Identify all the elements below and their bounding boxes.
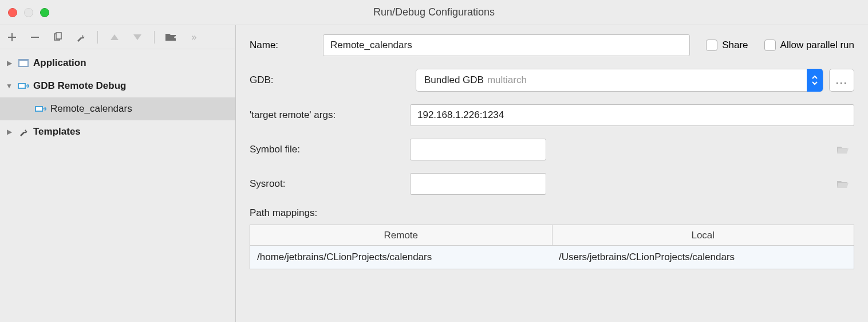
svg-rect-7 <box>36 107 42 111</box>
tree-label: Remote_calendars <box>50 103 132 115</box>
wrench-icon <box>17 125 30 138</box>
caret-right-icon: ▶ <box>5 128 14 136</box>
sysroot-label: Sysroot: <box>250 178 410 190</box>
application-icon <box>17 57 30 69</box>
table-row[interactable]: /home/jetbrains/CLionProjects/calendars … <box>250 246 854 269</box>
allow-parallel-checkbox[interactable]: Allow parallel run <box>764 40 854 51</box>
folder-open-icon[interactable] <box>837 145 849 154</box>
folder-add-icon[interactable] <box>165 31 177 44</box>
svg-rect-3 <box>19 61 27 66</box>
wrench-icon[interactable] <box>74 31 87 44</box>
mapping-local-cell[interactable]: /Users/jetbrains/CLionProjects/calendars <box>552 246 854 269</box>
gdb-suffix: multiarch <box>487 74 527 86</box>
remove-icon[interactable] <box>29 31 41 44</box>
gdb-select[interactable]: Bundled GDB multiarch <box>416 69 823 92</box>
gdb-label: GDB: <box>250 74 410 86</box>
copy-icon[interactable] <box>52 31 64 44</box>
name-input[interactable] <box>323 34 690 56</box>
caret-down-icon: ▼ <box>5 82 14 90</box>
symbol-file-label: Symbol file: <box>250 144 410 155</box>
gdb-browse-button[interactable]: ... <box>829 69 854 92</box>
sidebar-toolbar: » <box>0 25 235 49</box>
mapping-header-remote[interactable]: Remote <box>250 225 553 245</box>
window-title: Run/Debug Configurations <box>0 6 868 18</box>
tree-label: Application <box>33 57 86 69</box>
gdb-remote-icon <box>17 80 30 92</box>
path-mappings-label: Path mappings: <box>250 207 854 219</box>
target-remote-label: 'target remote' args: <box>250 109 410 121</box>
name-label: Name: <box>250 40 307 51</box>
folder-open-icon[interactable] <box>837 179 849 189</box>
share-checkbox[interactable]: Share <box>706 40 748 51</box>
gdb-value: Bundled GDB <box>424 74 484 86</box>
svg-rect-5 <box>19 84 25 88</box>
sysroot-input[interactable] <box>410 173 546 195</box>
symbol-file-input[interactable] <box>410 139 546 160</box>
chevron-updown-icon <box>807 69 823 92</box>
titlebar: Run/Debug Configurations <box>0 0 868 25</box>
checkbox-icon <box>764 40 776 51</box>
share-label: Share <box>722 40 748 51</box>
toolbar-separator <box>154 31 155 44</box>
tree-item-templates[interactable]: ▶ Templates <box>0 120 235 143</box>
toolbar-separator <box>97 31 98 44</box>
tree-item-remote-calendars[interactable]: Remote_calendars <box>0 97 235 120</box>
mapping-remote-cell[interactable]: /home/jetbrains/CLionProjects/calendars <box>250 246 552 269</box>
tree-item-application[interactable]: ▶ Application <box>0 52 235 74</box>
config-form: Name: Share Allow parallel run GDB: Bund… <box>236 25 868 322</box>
sidebar: » ▶ Application ▼ GDB Remote Debug <box>0 25 236 322</box>
config-tree: ▶ Application ▼ GDB Remote Debug Remote_… <box>0 49 235 322</box>
move-down-icon[interactable] <box>131 31 144 44</box>
move-up-icon[interactable] <box>108 31 121 44</box>
target-remote-input[interactable] <box>410 104 854 126</box>
caret-right-icon: ▶ <box>5 59 14 67</box>
allow-parallel-label: Allow parallel run <box>780 40 854 51</box>
expand-icon[interactable]: » <box>188 31 200 44</box>
checkbox-icon <box>706 40 717 51</box>
add-icon[interactable] <box>6 31 18 44</box>
svg-rect-1 <box>56 33 61 39</box>
gdb-remote-icon <box>34 103 47 115</box>
tree-label: Templates <box>33 126 81 138</box>
tree-label: GDB Remote Debug <box>33 80 126 92</box>
mapping-header-local[interactable]: Local <box>553 225 854 245</box>
tree-item-gdb-remote[interactable]: ▼ GDB Remote Debug <box>0 74 235 97</box>
path-mappings-table: Remote Local /home/jetbrains/CLionProjec… <box>250 225 854 269</box>
